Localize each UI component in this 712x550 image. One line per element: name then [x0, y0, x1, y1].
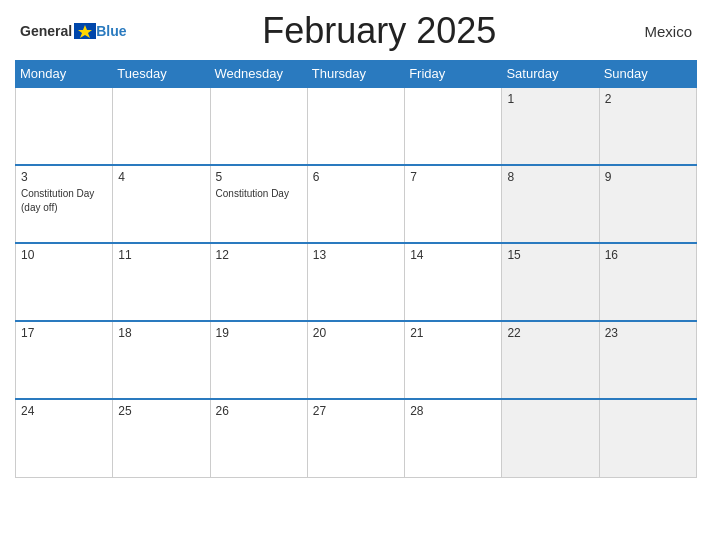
table-row: 27 — [307, 399, 404, 477]
day-number: 25 — [118, 404, 204, 418]
table-row: 19 — [210, 321, 307, 399]
day-number: 27 — [313, 404, 399, 418]
day-number: 18 — [118, 326, 204, 340]
table-row: 10 — [16, 243, 113, 321]
calendar-table: Monday Tuesday Wednesday Thursday Friday… — [15, 60, 697, 478]
day-number: 2 — [605, 92, 691, 106]
calendar-week-row: 2425262728 — [16, 399, 697, 477]
day-number: 4 — [118, 170, 204, 184]
table-row: 15 — [502, 243, 599, 321]
table-row: 9 — [599, 165, 696, 243]
day-number: 11 — [118, 248, 204, 262]
day-number: 15 — [507, 248, 593, 262]
table-row — [599, 399, 696, 477]
table-row: 17 — [16, 321, 113, 399]
country-label: Mexico — [632, 23, 692, 40]
calendar-week-row: 12 — [16, 87, 697, 165]
calendar-week-row: 17181920212223 — [16, 321, 697, 399]
logo-flag-icon — [74, 23, 96, 39]
day-number: 9 — [605, 170, 691, 184]
table-row: 12 — [210, 243, 307, 321]
table-row: 18 — [113, 321, 210, 399]
table-row: 1 — [502, 87, 599, 165]
event-label: Constitution Day — [216, 188, 289, 199]
table-row: 26 — [210, 399, 307, 477]
day-number: 19 — [216, 326, 302, 340]
day-number: 22 — [507, 326, 593, 340]
table-row: 13 — [307, 243, 404, 321]
table-row: 11 — [113, 243, 210, 321]
table-row: 24 — [16, 399, 113, 477]
day-number: 7 — [410, 170, 496, 184]
day-number: 8 — [507, 170, 593, 184]
table-row: 20 — [307, 321, 404, 399]
table-row — [113, 87, 210, 165]
logo-general-text: General — [20, 23, 72, 39]
calendar-week-row: 10111213141516 — [16, 243, 697, 321]
table-row — [307, 87, 404, 165]
day-number: 23 — [605, 326, 691, 340]
header: General Blue February 2025 Mexico — [15, 10, 697, 52]
calendar-title: February 2025 — [126, 10, 632, 52]
col-wednesday: Wednesday — [210, 61, 307, 88]
day-number: 13 — [313, 248, 399, 262]
day-number: 21 — [410, 326, 496, 340]
logo: General Blue — [20, 23, 126, 39]
col-friday: Friday — [405, 61, 502, 88]
table-row: 4 — [113, 165, 210, 243]
day-number: 14 — [410, 248, 496, 262]
col-thursday: Thursday — [307, 61, 404, 88]
table-row: 6 — [307, 165, 404, 243]
table-row: 16 — [599, 243, 696, 321]
day-number: 5 — [216, 170, 302, 184]
table-row: 21 — [405, 321, 502, 399]
table-row — [405, 87, 502, 165]
table-row: 3Constitution Day (day off) — [16, 165, 113, 243]
table-row — [210, 87, 307, 165]
table-row: 23 — [599, 321, 696, 399]
table-row: 22 — [502, 321, 599, 399]
logo-blue-text: Blue — [96, 23, 126, 39]
day-number: 1 — [507, 92, 593, 106]
day-number: 24 — [21, 404, 107, 418]
day-number: 12 — [216, 248, 302, 262]
col-monday: Monday — [16, 61, 113, 88]
event-label: Constitution Day (day off) — [21, 188, 94, 213]
table-row: 14 — [405, 243, 502, 321]
table-row: 25 — [113, 399, 210, 477]
table-row: 28 — [405, 399, 502, 477]
day-number: 17 — [21, 326, 107, 340]
day-number: 26 — [216, 404, 302, 418]
day-number: 28 — [410, 404, 496, 418]
calendar-week-row: 3Constitution Day (day off)45Constitutio… — [16, 165, 697, 243]
table-row: 7 — [405, 165, 502, 243]
table-row — [16, 87, 113, 165]
day-number: 3 — [21, 170, 107, 184]
col-saturday: Saturday — [502, 61, 599, 88]
calendar-page: General Blue February 2025 Mexico Monday… — [0, 0, 712, 550]
table-row — [502, 399, 599, 477]
col-tuesday: Tuesday — [113, 61, 210, 88]
col-sunday: Sunday — [599, 61, 696, 88]
table-row: 5Constitution Day — [210, 165, 307, 243]
table-row: 8 — [502, 165, 599, 243]
day-number: 6 — [313, 170, 399, 184]
day-number: 20 — [313, 326, 399, 340]
table-row: 2 — [599, 87, 696, 165]
day-number: 10 — [21, 248, 107, 262]
day-number: 16 — [605, 248, 691, 262]
calendar-header-row: Monday Tuesday Wednesday Thursday Friday… — [16, 61, 697, 88]
